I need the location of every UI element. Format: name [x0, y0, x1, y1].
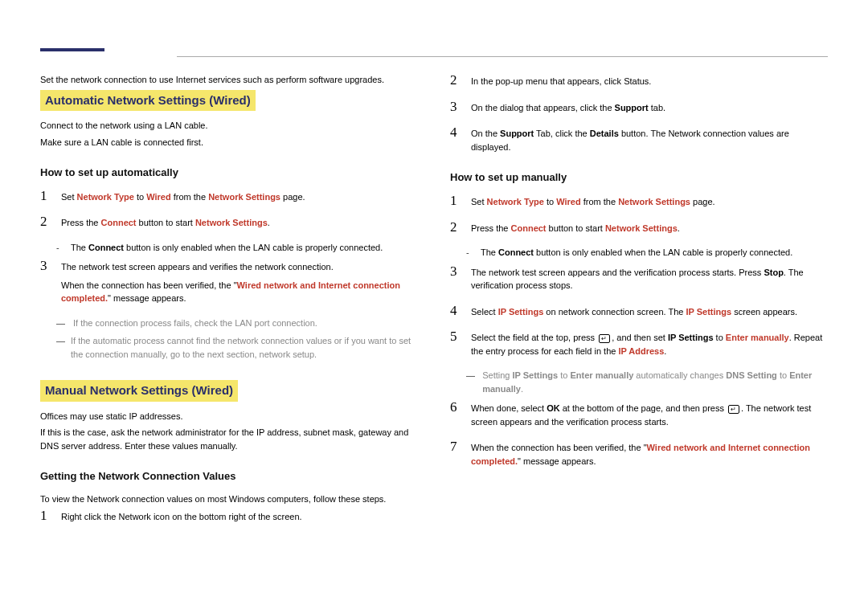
t: Network Settings [618, 197, 690, 206]
manual-step-1: 1 Set Network Type to Wired from the Net… [450, 194, 828, 209]
auto-grey-2: ― If the automatic process cannot find t… [56, 334, 418, 361]
t: The [481, 247, 498, 257]
auto-step-1: 1 Set Network Type to Wired from the Net… [40, 189, 418, 204]
step-number: 2 [450, 73, 461, 88]
auto-p2: Make sure a LAN cable is connected first… [40, 136, 418, 149]
intro-text: Set the network connection to use Intern… [40, 73, 418, 87]
t: DNS Setting [726, 370, 777, 380]
t: Select the field at the top, press [471, 333, 597, 342]
getting-step-3: 3 On the dialog that appears, click the … [450, 100, 828, 115]
step-body: Select IP Settings on network connection… [471, 304, 828, 319]
t: In the pop-up menu that appears, click S… [471, 73, 828, 88]
left-column: Set the network connection to use Intern… [40, 73, 418, 535]
t: from the [171, 192, 208, 202]
t: If the connection process fails, check t… [73, 317, 317, 330]
subheading-auto: How to set up automatically [40, 165, 418, 181]
manual-step-7: 7 When the connection has been verified,… [450, 439, 828, 468]
manual-step-3: 3 The network test screen appears and th… [450, 264, 828, 292]
t: Enter manually [570, 370, 633, 380]
dash: - [56, 241, 63, 255]
t: Network Settings [208, 192, 280, 202]
t: page. [690, 197, 715, 206]
manual-p2: If this is the case, ask the network adm… [40, 426, 418, 452]
t: When the connection has been verified, t… [61, 279, 418, 305]
t: Network Type [77, 192, 134, 202]
t: " message appears. [518, 456, 596, 466]
step-body: The network test screen appears and veri… [61, 259, 418, 305]
t: IP Settings [686, 307, 731, 317]
step-number: 1 [450, 194, 461, 209]
auto-grey-1: ― If the connection process fails, check… [56, 317, 418, 330]
manual-step-5-dash: ― Setting IP Settings to Enter manually … [466, 369, 828, 395]
auto-step-2: 2 Press the Connect button to start Netw… [40, 215, 418, 230]
step-number: 1 [40, 189, 51, 204]
step-body: Press the Connect button to start Networ… [61, 215, 418, 230]
t: to [134, 192, 146, 202]
t: Connect [88, 243, 124, 252]
page-columns: Set the network connection to use Intern… [40, 73, 828, 535]
getting-step-2: 2 In the pop-up menu that appears, click… [450, 73, 828, 88]
manual-step-2: 2 Press the Connect button to start Netw… [450, 220, 828, 235]
manual-step-5: 5 Select the field at the top, press , a… [450, 329, 828, 358]
dash-body: The Connect button is only enabled when … [481, 246, 792, 260]
t: IP Settings [498, 307, 544, 317]
step-number: 5 [450, 329, 461, 345]
auto-step-2-dash: - The Connect button is only enabled whe… [56, 241, 418, 255]
step-number: 3 [450, 264, 461, 280]
t: Press the [61, 218, 101, 227]
t: Press the [471, 223, 511, 233]
t: page. [280, 192, 305, 202]
t: Wired [146, 192, 170, 202]
t: Setting [482, 370, 512, 380]
t: tab. [649, 103, 665, 112]
auto-p1: Connect to the network using a LAN cable… [40, 119, 418, 133]
t: from the [581, 197, 618, 206]
step-number: 4 [450, 125, 461, 141]
t: button to start [137, 218, 195, 227]
t: When done, select [471, 403, 547, 413]
t: If the automatic process cannot find the… [71, 334, 418, 361]
manual-step-6: 6 When done, select OK at the bottom of … [450, 400, 828, 428]
getting-step-4: 4 On the Support Tab, click the Details … [450, 125, 828, 153]
t: Network Type [487, 197, 544, 206]
heading-manual: Manual Network Settings (Wired) [40, 380, 238, 402]
step-body: Press the Connect button to start Networ… [471, 220, 828, 235]
t: to [544, 197, 556, 206]
auto-step-3: 3 The network test screen appears and ve… [40, 259, 418, 305]
step-number: 2 [450, 220, 461, 235]
step-body: Select the field at the top, press , and… [471, 329, 828, 358]
step-number: 1 [40, 509, 51, 524]
subheading-manual-setup: How to set up manually [450, 170, 828, 186]
step-number: 4 [450, 304, 461, 319]
t: Connect [101, 218, 137, 227]
t: On the [471, 129, 500, 138]
step-body: When the connection has been verified, t… [471, 439, 828, 468]
t: Network Settings [195, 218, 268, 227]
t: . [521, 384, 523, 394]
dash: ― [56, 317, 65, 330]
t: to [558, 370, 570, 380]
step-number: 3 [40, 259, 51, 274]
t: Enter manually [726, 333, 789, 342]
t: The network test screen appears and veri… [61, 260, 418, 274]
header-rule [177, 56, 828, 57]
t: Right click the Network icon on the bott… [61, 509, 418, 524]
dash: ― [56, 334, 63, 361]
t: When the connection has been verified, t… [471, 443, 647, 452]
t: to [714, 333, 726, 342]
enter-icon [728, 405, 739, 414]
t: IP Address [618, 346, 664, 356]
t: Tab, click the [534, 129, 590, 138]
t: Connect [511, 223, 547, 233]
step-number: 6 [450, 400, 461, 415]
t: The [71, 243, 88, 252]
t: Connect [498, 247, 534, 257]
t: Network Settings [605, 223, 678, 233]
t: . [268, 218, 270, 227]
step-number: 2 [40, 215, 51, 230]
t: on network connection screen. The [543, 307, 686, 317]
t: to [777, 370, 789, 380]
step-body: On the dialog that appears, click the Su… [471, 100, 828, 115]
t: Set [471, 197, 487, 206]
manual-p1: Offices may use static IP addresses. [40, 410, 418, 423]
